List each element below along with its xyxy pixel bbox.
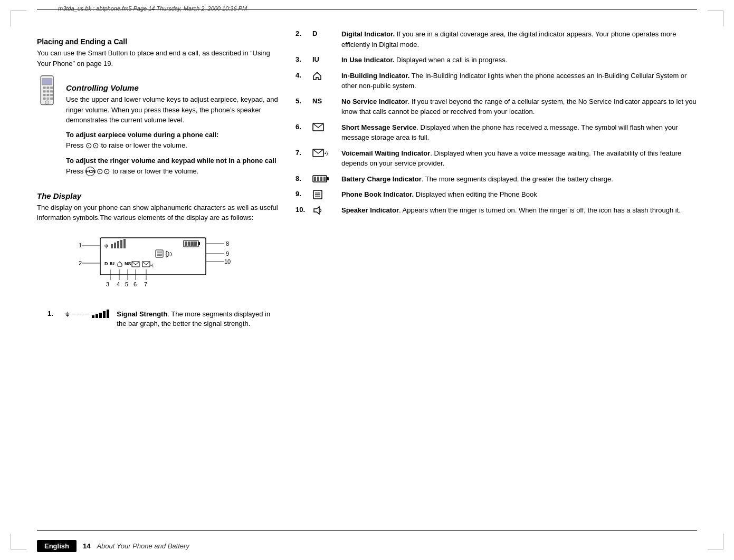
corner-mark-br (708, 534, 723, 549)
svg-rect-71 (323, 177, 326, 181)
indicator-item-5: 5. NS No Service Indicator. If you trave… (295, 96, 697, 117)
indicator-item-9: 9. Phone Book Indicator. Displayed when … (295, 189, 697, 200)
svg-rect-19 (117, 241, 119, 248)
corner-mark-bl (11, 534, 26, 549)
ind-num-6: 6. (295, 123, 307, 131)
svg-text:IU: IU (110, 261, 115, 266)
svg-text:5: 5 (125, 281, 128, 287)
display-diagram: ψ (69, 233, 248, 306)
svg-rect-5 (43, 90, 45, 92)
subsection-ringer-title: To adjust the ringer volume and keypad w… (66, 157, 280, 165)
section-volume-title: Controlling Volume (66, 83, 280, 92)
right-column: 2. D Digital Indicator. If you are in a … (290, 29, 697, 523)
signal-strength-icon: ψ — — — (65, 310, 109, 318)
svg-rect-70 (320, 177, 322, 181)
item-1-signal-strength: 1. ψ — — — Signal Strength. The more seg… (47, 310, 280, 329)
ind-num-7: 7. (295, 149, 307, 157)
svg-rect-9 (46, 94, 49, 96)
svg-rect-28 (156, 250, 163, 257)
ind-text-3: In Use Indicator. Displayed when a call … (341, 55, 697, 65)
svg-rect-27 (194, 242, 197, 246)
ind-icon-2: D (312, 30, 336, 37)
ind-num-2: 2. (295, 30, 307, 37)
svg-point-14 (45, 101, 49, 104)
footer: English 14 About Your Phone and Battery (37, 540, 697, 552)
svg-rect-12 (46, 98, 49, 100)
svg-rect-23 (198, 242, 200, 245)
svg-text:NS: NS (125, 261, 131, 266)
ind-num-9: 9. (295, 190, 307, 198)
ind-num-5: 5. (295, 97, 307, 105)
svg-text:2: 2 (79, 260, 82, 266)
ind-text-7: Voicemail Waiting Indicator. Displayed w… (341, 148, 697, 169)
svg-rect-26 (191, 242, 194, 246)
svg-rect-8 (43, 94, 45, 96)
svg-rect-1 (42, 79, 52, 85)
ind-text-2: Digital Indicator. If you are in a digit… (341, 29, 697, 50)
svg-text:•): •) (150, 263, 154, 267)
svg-text:7: 7 (144, 281, 147, 287)
svg-rect-7 (50, 90, 53, 92)
svg-rect-25 (188, 242, 190, 246)
indicator-item-6: 6. Short Message Service. Displayed when… (295, 122, 697, 143)
header-text: m3tda_us.bk : abtphone.fm5 Page 14 Thurs… (58, 5, 247, 12)
svg-text:4: 4 (117, 281, 120, 287)
ind-num-10: 10. (295, 206, 307, 214)
indicator-item-7: 7. •) Voicemail Waiting Indicator. Displ… (295, 148, 697, 169)
subsection-ringer-body: Press FCN ⊙⊙ to raise or lower the volum… (66, 166, 280, 178)
ind-icon-house (312, 71, 336, 81)
ind-icon-battery (312, 175, 336, 183)
ind-num-8: 8. (295, 175, 307, 182)
language-badge: English (37, 540, 77, 552)
corner-mark-tr (708, 11, 723, 26)
subsection-earpiece-title: To adjust earpiece volume during a phone… (66, 131, 280, 139)
svg-rect-3 (46, 86, 49, 89)
indicator-item-3: 3. IU In Use Indicator. Displayed when a… (295, 55, 697, 65)
fcn-button-icon: FCN (85, 167, 95, 176)
svg-text:ψ: ψ (104, 243, 108, 248)
main-content: Placing and Ending a Call You can use th… (37, 29, 697, 523)
ind-num-4: 4. (295, 71, 307, 79)
indicator-item-4: 4. In-Building Indicator. The In-Buildin… (295, 71, 697, 91)
svg-text:•): •) (325, 151, 328, 156)
ind-icon-envelope (312, 123, 336, 131)
ind-icon-speaker (312, 206, 336, 215)
ind-text-4: In-Building Indicator. The In-Building I… (341, 71, 697, 91)
svg-rect-24 (185, 242, 187, 246)
section-placing-body: You can use the Smart Button to place an… (37, 48, 280, 69)
svg-rect-20 (120, 240, 122, 248)
indicator-item-8: 8. Battery Charge Indicator. The more se… (295, 174, 697, 185)
section-placing-title: Placing and Ending a Call (37, 37, 280, 46)
ind-icon-5: NS (312, 97, 336, 105)
svg-rect-67 (327, 177, 329, 180)
svg-rect-17 (111, 244, 113, 248)
ind-text-10: Speaker Indicator. Appears when the ring… (341, 205, 697, 216)
section-volume-body: Use the upper and lower volume keys to a… (66, 94, 280, 125)
ind-icon-3: IU (312, 55, 336, 63)
svg-text:1: 1 (79, 242, 82, 248)
svg-rect-13 (50, 98, 53, 100)
ind-icon-voicemail: •) (312, 149, 336, 157)
svg-text:3: 3 (106, 281, 109, 287)
ind-text-5: No Service Indicator. If you travel beyo… (341, 96, 697, 117)
corner-mark-tl (11, 11, 26, 26)
ind-icon-phonebook (312, 190, 336, 199)
ind-text-9: Phone Book Indicator. Displayed when edi… (341, 189, 697, 200)
svg-text:8: 8 (226, 240, 229, 247)
svg-rect-6 (46, 90, 49, 92)
indicator-item-2: 2. D Digital Indicator. If you are in a … (295, 29, 697, 50)
subsection-earpiece-body: Press ⊙⊙ to raise or lower the volume. (66, 140, 280, 152)
bottom-rule (37, 530, 697, 531)
svg-rect-21 (123, 239, 126, 248)
indicator-item-10: 10. Speaker Indicator. Appears when the … (295, 205, 697, 216)
item-1-description: Signal Strength. The more segments displ… (117, 310, 280, 329)
ind-text-6: Short Message Service. Displayed when th… (341, 122, 697, 143)
footer-page-number: 14 (83, 542, 90, 550)
ind-text-8: Battery Charge Indicator. The more segme… (341, 174, 697, 185)
svg-rect-68 (314, 177, 316, 181)
svg-text:10: 10 (224, 258, 231, 265)
svg-rect-10 (50, 94, 53, 96)
svg-text:9: 9 (226, 250, 229, 257)
svg-rect-69 (317, 177, 319, 181)
ind-num-3: 3. (295, 55, 307, 63)
